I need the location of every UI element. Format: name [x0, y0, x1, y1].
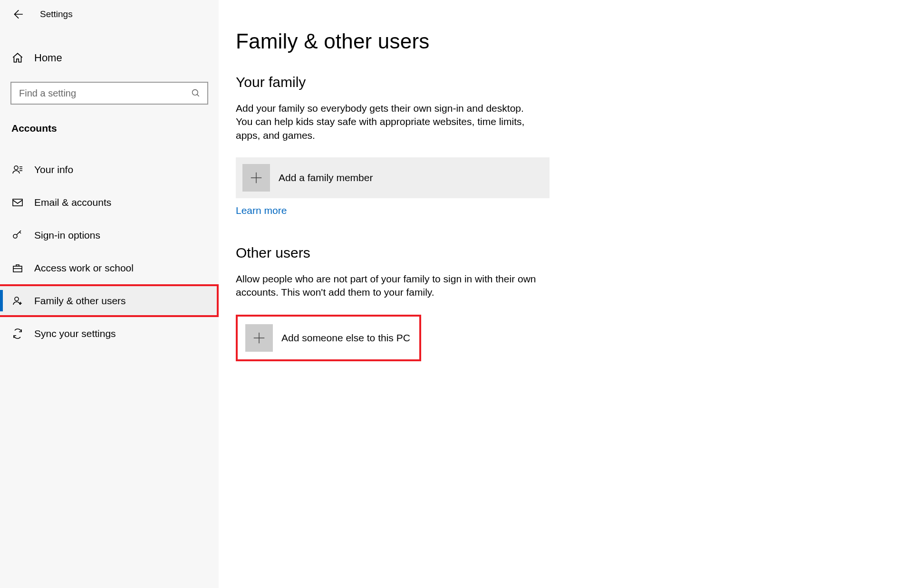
settings-window: Settings Home Accounts	[0, 0, 907, 588]
sidebar-header: Settings	[0, 3, 219, 26]
svg-point-5	[15, 297, 19, 301]
add-other-user-highlight: Add someone else to this PC	[236, 315, 421, 361]
plus-icon	[245, 324, 273, 352]
your-family-heading: Your family	[236, 74, 907, 90]
svg-point-1	[14, 166, 18, 170]
sidebar-item-sync-settings[interactable]: Sync your settings	[0, 317, 219, 350]
family-users-icon	[11, 295, 24, 307]
sync-icon	[11, 328, 24, 339]
other-users-description: Allow people who are not part of your fa…	[236, 272, 540, 299]
search-row	[10, 82, 208, 105]
sidebar: Settings Home Accounts	[0, 0, 219, 588]
sidebar-item-label: Your info	[34, 164, 73, 175]
sidebar-item-label: Sync your settings	[34, 328, 116, 339]
key-icon	[11, 230, 24, 241]
page-title: Family & other users	[236, 29, 907, 53]
home-icon	[11, 52, 24, 64]
sidebar-home[interactable]: Home	[0, 45, 219, 71]
add-family-member-button[interactable]: Add a family member	[236, 157, 550, 198]
add-other-user-button[interactable]: Add someone else to this PC	[245, 324, 419, 352]
plus-icon	[242, 164, 270, 192]
sidebar-item-label: Access work or school	[34, 262, 134, 274]
settings-label: Settings	[40, 9, 73, 19]
search-icon	[191, 88, 201, 98]
add-family-member-label: Add a family member	[279, 172, 373, 183]
sidebar-item-access-work-school[interactable]: Access work or school	[0, 251, 219, 284]
sidebar-item-family-other-users[interactable]: Family & other users	[0, 284, 219, 317]
main-content: Family & other users Your family Add you…	[219, 0, 907, 588]
other-users-heading: Other users	[236, 245, 907, 261]
sidebar-item-your-info[interactable]: Your info	[0, 153, 219, 186]
sidebar-item-label: Family & other users	[34, 295, 126, 307]
sidebar-nav: Your info Email & accounts Sign-in optio…	[0, 153, 219, 350]
sidebar-home-label: Home	[34, 52, 62, 64]
your-info-icon	[11, 164, 24, 175]
svg-point-0	[193, 90, 198, 96]
search-input[interactable]	[19, 88, 191, 99]
search-box[interactable]	[10, 82, 208, 105]
email-icon	[11, 197, 24, 208]
other-users-section: Other users Allow people who are not par…	[236, 245, 907, 361]
svg-point-3	[13, 234, 17, 238]
svg-rect-4	[13, 266, 22, 272]
svg-rect-2	[13, 199, 22, 206]
sidebar-item-label: Email & accounts	[34, 197, 111, 208]
sidebar-section-heading: Accounts	[0, 105, 219, 134]
your-family-description: Add your family so everybody gets their …	[236, 102, 540, 142]
learn-more-link[interactable]: Learn more	[236, 205, 287, 216]
back-icon[interactable]	[11, 8, 24, 20]
add-other-user-label: Add someone else to this PC	[281, 332, 410, 344]
briefcase-icon	[11, 262, 24, 274]
sidebar-item-email-accounts[interactable]: Email & accounts	[0, 186, 219, 219]
sidebar-item-label: Sign-in options	[34, 230, 100, 241]
sidebar-item-signin-options[interactable]: Sign-in options	[0, 219, 219, 251]
